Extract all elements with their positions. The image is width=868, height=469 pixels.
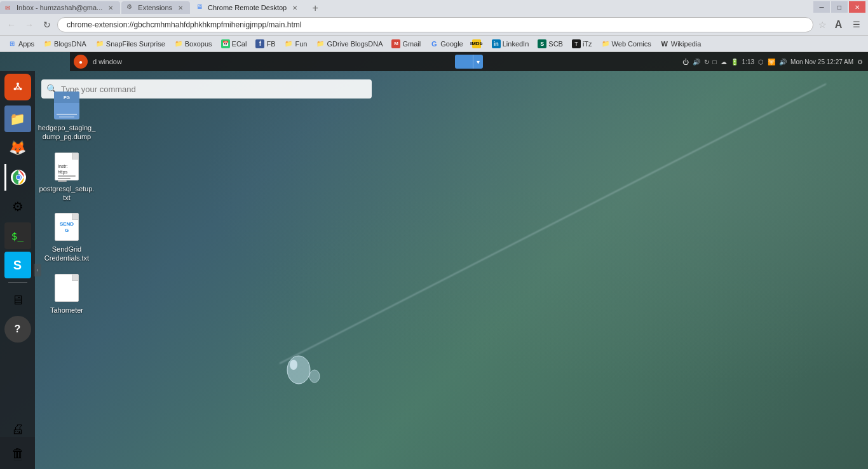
tab-remote-close-icon[interactable]: ✕ — [290, 3, 299, 12]
tab-extensions[interactable]: ⚙ Extensions ✕ — [121, 1, 190, 14]
launcher-separator — [8, 282, 27, 283]
bookmarks-bar: ⊞ Apps 📁 BlogsDNA 📁 SnapFiles Surprise 📁… — [0, 36, 868, 52]
bookmark-star-button[interactable]: ☆ — [816, 18, 829, 31]
postgresql-label: postgresql_setup.txt — [39, 184, 95, 203]
refresh-button[interactable]: ↻ — [39, 17, 55, 32]
address-bar[interactable]: chrome-extension://gbchcmhmhahfdphkhkmpf… — [57, 17, 813, 32]
command-input-field[interactable] — [61, 85, 367, 94]
db-file-graphic: PG — [54, 92, 79, 119]
bookmark-google[interactable]: G Google — [426, 38, 466, 50]
tahometer-file-fold — [72, 275, 78, 281]
launcher-firefox-button[interactable]: 🦊 — [4, 135, 31, 161]
launcher-ubuntu-button[interactable] — [4, 74, 31, 100]
sendgrid-txt-graphic: SENDG — [55, 213, 79, 241]
connect-dropdown-button[interactable]: ▾ — [473, 55, 483, 69]
tray-battery-icon: 🔋 — [731, 58, 738, 65]
system-time: 1:13 — [742, 58, 754, 65]
launcher-sidebar: 📁 🦊 ⚙ — [0, 71, 35, 469]
files-icon: 📁 — [10, 111, 25, 126]
connect-button[interactable] — [455, 55, 473, 69]
bookmark-itz[interactable]: T iTz — [568, 38, 596, 50]
bookmark-imdb[interactable]: IMDb — [468, 38, 487, 50]
tab-bar: ✉ Inbox - humzashah@gma... ✕ ⚙ Extension… — [0, 0, 812, 14]
desktop-icon-hedgepo[interactable]: PG hedgepo_staging_dump_pg.dump — [41, 90, 92, 142]
bookmark-ecal[interactable]: 📅 ECal — [217, 38, 251, 50]
maximize-button[interactable]: □ — [831, 1, 848, 13]
svg-point-5 — [17, 83, 19, 85]
file-fold — [72, 153, 78, 160]
trash-icon: 🗑 — [11, 446, 24, 461]
help-icon: ? — [15, 323, 21, 335]
bookmark-gmail[interactable]: M Gmail — [388, 38, 424, 50]
tab-gmail[interactable]: ✉ Inbox - humzashah@gma... ✕ — [0, 1, 120, 14]
sendgrid-label: SendGridCredentials.txt — [44, 245, 89, 263]
firefox-icon: 🦊 — [9, 140, 26, 156]
tray-settings-icon[interactable]: ⚙ — [857, 58, 863, 65]
bookmark-apps[interactable]: ⊞ Apps — [4, 38, 38, 50]
desktop-icon-tahometer[interactable]: Tahometer — [41, 273, 92, 315]
chrome-window: ✉ Inbox - humzashah@gma... ✕ ⚙ Extension… — [0, 0, 868, 469]
bookmark-webcomics[interactable]: 📁 Web Comics — [597, 38, 655, 50]
launcher-trash-button[interactable]: 🗑 — [4, 440, 31, 466]
inner-topbar: ● d window ▾ ⏻ 🔊 ↻ □ ☁ 🔋 1:13 ⬡ — [70, 52, 868, 71]
bookmark-fun[interactable]: 📁 Fun — [280, 38, 311, 50]
tray-indicator-1: ⏻ — [682, 58, 689, 65]
launcher-collapse-button[interactable]: ‹ — [34, 264, 41, 276]
webcomics-folder-icon: 📁 — [601, 39, 610, 48]
snapfiles-folder-icon: 📁 — [95, 39, 104, 48]
printer-icon: 🖨 — [11, 422, 24, 437]
launcher-settings-button[interactable]: ⚙ — [4, 193, 31, 220]
tab-extensions-label: Extensions — [138, 4, 172, 11]
bookmark-boxopus[interactable]: 📁 Boxopus — [170, 38, 216, 50]
postgresql-file-icon: Instr:https — [51, 151, 82, 182]
tab-gmail-label: Inbox - humzashah@gma... — [17, 4, 102, 11]
bookmark-linkedin[interactable]: in LinkedIn — [488, 38, 533, 50]
forward-button[interactable]: → — [22, 17, 37, 32]
bookmark-fb[interactable]: f FB — [252, 38, 279, 50]
desktop-icons-area: PG hedgepo_staging_dump_pg.dump Instr:ht… — [35, 84, 98, 321]
bookmark-gdrive[interactable]: 📁 GDrive BlogsDNA — [312, 38, 386, 50]
system-date: Mon Nov 25 12:27 AM — [790, 58, 853, 65]
inner-window-title: d window — [93, 58, 122, 65]
content-area: ● d window ▾ ⏻ 🔊 ↻ □ ☁ 🔋 1:13 ⬡ — [0, 52, 868, 469]
chrome-options-button[interactable]: ☰ — [849, 17, 864, 32]
fun-folder-icon: 📁 — [284, 39, 293, 48]
system-tray: ⏻ 🔊 ↻ □ ☁ 🔋 1:13 ⬡ 🛜 🔊 Mon Nov 25 12:27 … — [682, 58, 868, 65]
bookmark-snapfiles[interactable]: 📁 SnapFiles Surprise — [92, 38, 169, 50]
tab-remote-desktop[interactable]: 🖥 Chrome Remote Desktop ✕ — [191, 1, 304, 14]
back-button[interactable]: ← — [4, 17, 19, 32]
tray-indicator-2: 🔊 — [693, 58, 700, 65]
bookmark-scb[interactable]: S SCB — [534, 38, 567, 50]
settings-icon: ⚙ — [12, 199, 24, 214]
tab-extensions-close-icon[interactable]: ✕ — [176, 3, 185, 12]
linkedin-icon: in — [492, 39, 501, 48]
tab-gmail-close-icon[interactable]: ✕ — [106, 3, 115, 12]
launcher-terminal-button[interactable]: $_ — [4, 222, 31, 249]
desktop-icon-postgresql[interactable]: Instr:https postgresql_setup.txt — [41, 151, 92, 203]
close-button[interactable]: ✕ — [849, 1, 865, 13]
bookmark-blogsdna[interactable]: 📁 BlogsDNA — [39, 38, 90, 50]
imdb-icon: IMDb — [472, 39, 481, 48]
svg-point-14 — [17, 175, 20, 179]
launcher-help-button[interactable]: ? — [4, 316, 31, 343]
launcher-skype-button[interactable]: S — [4, 252, 31, 278]
minimize-button[interactable]: ─ — [813, 1, 830, 13]
tahometer-label: Tahometer — [50, 306, 83, 315]
new-tab-button[interactable]: + — [308, 3, 322, 14]
bookmark-webcomics-label: Web Comics — [612, 40, 651, 48]
blogsdna-folder-icon: 📁 — [43, 39, 52, 48]
desktop-icon-sendgrid[interactable]: SENDG SendGridCredentials.txt — [41, 212, 92, 263]
desktop-background — [0, 52, 868, 469]
ubuntu-logo-icon: ● — [74, 55, 88, 69]
ubuntu-icon — [10, 79, 25, 95]
bookmark-wikipedia[interactable]: W Wikipedia — [656, 38, 705, 50]
launcher-files-button[interactable]: 📁 — [4, 105, 31, 132]
hedgepo-file-icon: PG — [51, 90, 82, 121]
launcher-chrome-button[interactable] — [4, 164, 31, 191]
chrome-menu-button[interactable]: A — [831, 17, 846, 32]
file-lines: Instr:https — [58, 163, 76, 184]
sendgrid-file-icon: SENDG — [51, 212, 82, 242]
tahometer-file-icon — [51, 273, 82, 303]
launcher-system-button[interactable]: 🖥 — [4, 287, 31, 313]
launcher-trash-area: 🗑 — [0, 437, 35, 469]
